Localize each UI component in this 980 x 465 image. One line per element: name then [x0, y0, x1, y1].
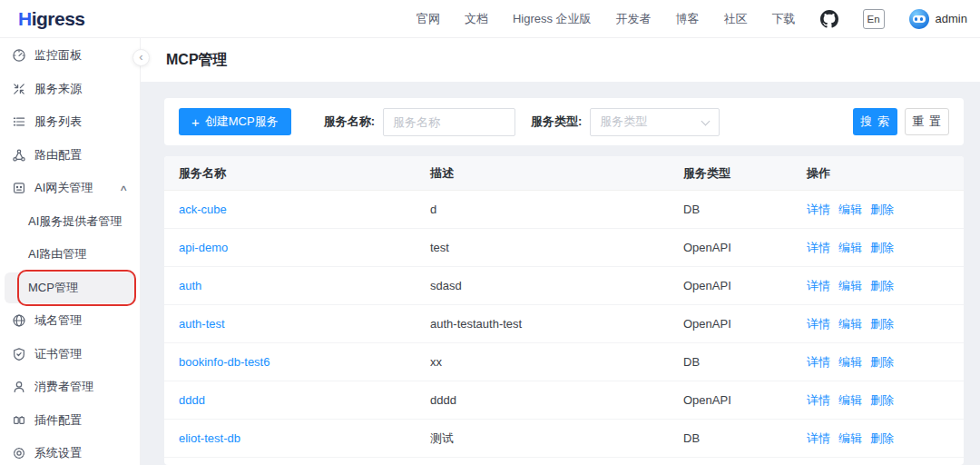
service-description: xx: [416, 355, 669, 369]
service-description: test: [416, 241, 669, 254]
username: admin: [936, 12, 967, 25]
service-type: OpenAPI: [669, 279, 792, 292]
higress-logo[interactable]: Higress: [18, 8, 85, 30]
action-delete-link[interactable]: 删除: [870, 316, 894, 332]
sidebar-item-plugin-config[interactable]: 插件配置: [0, 404, 140, 438]
service-description: d: [416, 203, 669, 216]
service-name-link[interactable]: dddd: [179, 393, 205, 407]
dashboard-icon: [12, 48, 26, 63]
sidebar-item-consumer-mgmt[interactable]: 消费者管理: [0, 371, 140, 404]
filter-toolbar: + 创建MCP服务 服务名称: 服务类型: 服务类型 搜 索 重 置: [164, 98, 964, 145]
action-delete-link[interactable]: 删除: [870, 240, 894, 256]
sidebar-item-system-settings[interactable]: 系统设置: [0, 437, 140, 465]
action-delete-link[interactable]: 删除: [870, 354, 894, 371]
action-edit-link[interactable]: 编辑: [838, 316, 862, 332]
service-name-input[interactable]: [383, 108, 515, 136]
logo-h: H: [18, 8, 32, 29]
service-description: auth-testauth-test: [416, 317, 669, 331]
sidebar-item-route-config[interactable]: 路由配置: [0, 139, 140, 173]
action-edit-link[interactable]: 编辑: [838, 202, 862, 218]
service-description: 测试: [416, 430, 669, 447]
service-description: dddd: [416, 393, 669, 407]
sidebar-item-ai-provider-mgmt[interactable]: AI服务提供者管理: [0, 205, 140, 239]
reset-button[interactable]: 重 置: [905, 108, 949, 135]
action-edit-link[interactable]: 编辑: [838, 278, 862, 294]
create-mcp-service-button[interactable]: + 创建MCP服务: [179, 108, 291, 135]
sidebar-item-domain-mgmt[interactable]: 域名管理: [0, 304, 140, 338]
nav-blog[interactable]: 博客: [676, 11, 700, 27]
sidebar-item-service-list[interactable]: 服务列表: [0, 105, 140, 139]
action-delete-link[interactable]: 删除: [870, 278, 894, 294]
table-row: api-demotestOpenAPI详情编辑删除: [164, 229, 964, 267]
action-detail-link[interactable]: 详情: [807, 278, 830, 294]
table-header-row: 服务名称 描述 服务类型 操作: [164, 156, 964, 191]
service-type: OpenAPI: [669, 393, 792, 407]
domain-icon: [12, 313, 26, 328]
nav-community[interactable]: 社区: [724, 11, 748, 27]
table-row: eliot-test-db测试DB详情编辑删除: [164, 420, 964, 458]
sidebar-item-service-source[interactable]: 服务来源: [0, 73, 140, 106]
top-nav: 官网 文档 Higress 企业版 开发者 博客 社区 下载 En admin: [416, 9, 967, 29]
github-icon[interactable]: [820, 10, 838, 28]
search-button[interactable]: 搜 索: [853, 108, 897, 135]
action-detail-link[interactable]: 详情: [807, 202, 830, 218]
plus-icon: +: [191, 114, 200, 130]
action-edit-link[interactable]: 编辑: [838, 240, 862, 256]
chevron-up-icon: ∧: [120, 183, 129, 193]
table-row: auth-testauth-testauth-testOpenAPI详情编辑删除: [164, 305, 964, 343]
action-edit-link[interactable]: 编辑: [838, 430, 862, 447]
language-toggle[interactable]: En: [863, 9, 885, 29]
action-delete-link[interactable]: 删除: [870, 392, 894, 409]
action-edit-link[interactable]: 编辑: [838, 392, 862, 409]
user-menu[interactable]: admin: [909, 9, 967, 29]
certificate-icon: [12, 347, 26, 361]
service-name-link[interactable]: auth-test: [179, 317, 225, 331]
nav-official-site[interactable]: 官网: [416, 11, 440, 27]
service-description: sdasd: [416, 279, 669, 292]
nav-docs[interactable]: 文档: [465, 11, 488, 27]
consumer-icon: [12, 380, 26, 394]
nav-download[interactable]: 下载: [772, 11, 796, 27]
sidebar-item-dashboard[interactable]: 监控面板: [0, 39, 140, 73]
service-type: OpenAPI: [669, 241, 792, 254]
nav-enterprise[interactable]: Higress 企业版: [513, 11, 592, 27]
action-detail-link[interactable]: 详情: [807, 354, 830, 371]
mcp-service-table: 服务名称 描述 服务类型 操作 ack-cubedDB详情编辑删除api-dem…: [164, 156, 964, 465]
service-name-link[interactable]: auth: [179, 279, 201, 292]
user-avatar: [909, 9, 929, 29]
service-name-link[interactable]: bookinfo-db-test6: [179, 355, 270, 369]
chevron-down-icon: [701, 116, 710, 125]
col-description: 描述: [416, 165, 669, 182]
action-detail-link[interactable]: 详情: [807, 240, 830, 256]
service-name-link[interactable]: ack-cube: [179, 203, 227, 216]
sidebar-item-mcp-mgmt[interactable]: MCP管理: [0, 272, 140, 305]
service-name-link[interactable]: api-demo: [179, 241, 228, 254]
service-type: DB: [669, 355, 792, 369]
col-service-name: 服务名称: [164, 165, 416, 182]
action-detail-link[interactable]: 详情: [807, 430, 830, 447]
table-row: authsdasdOpenAPI详情编辑删除: [164, 267, 964, 305]
service-list-icon: [12, 114, 26, 129]
service-type-select[interactable]: 服务类型: [590, 108, 720, 136]
service-source-icon: [12, 82, 26, 96]
table-body: ack-cubedDB详情编辑删除api-demotestOpenAPI详情编辑…: [164, 191, 964, 458]
action-delete-link[interactable]: 删除: [870, 430, 894, 447]
col-service-type: 服务类型: [669, 165, 792, 182]
plugin-icon: [12, 413, 26, 428]
sidebar-collapse-button[interactable]: ‹: [132, 49, 150, 66]
service-type: DB: [669, 431, 792, 445]
gear-icon: [12, 446, 26, 460]
nav-developer[interactable]: 开发者: [616, 11, 652, 27]
sidebar-item-certificate-mgmt[interactable]: 证书管理: [0, 338, 140, 371]
service-type: OpenAPI: [669, 317, 792, 331]
action-detail-link[interactable]: 详情: [807, 392, 830, 409]
action-detail-link[interactable]: 详情: [807, 316, 830, 332]
page-title-bar: MCP管理: [141, 38, 980, 82]
sidebar-item-ai-route-mgmt[interactable]: AI路由管理: [0, 238, 140, 272]
page-title: MCP管理: [166, 51, 228, 70]
service-name-link[interactable]: eliot-test-db: [179, 431, 240, 445]
sidebar-item-ai-gateway[interactable]: AI网关管理 ∧: [0, 172, 140, 205]
action-delete-link[interactable]: 删除: [870, 202, 894, 218]
action-edit-link[interactable]: 编辑: [838, 354, 862, 371]
sidebar: 监控面板 服务来源 服务列表 路由配置 AI网关管理 ∧ AI服务提供者管理 A…: [0, 38, 141, 465]
